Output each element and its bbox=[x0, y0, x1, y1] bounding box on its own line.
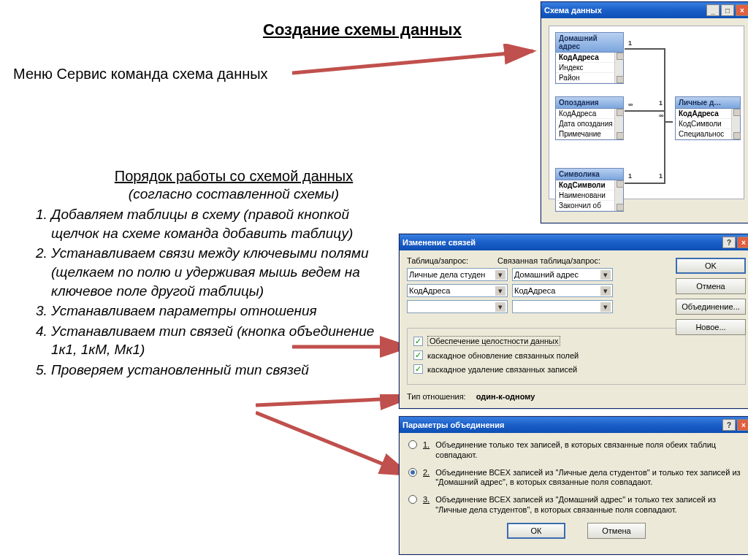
svg-line-0 bbox=[292, 51, 533, 73]
workflow-block: Порядок работы со схемой данных (согласн… bbox=[77, 168, 391, 381]
table-field[interactable]: Наименовани bbox=[556, 191, 623, 201]
svg-line-3 bbox=[256, 413, 409, 475]
combo-value: Личные дела студен bbox=[409, 270, 485, 279]
table-title: Личные д… bbox=[676, 97, 740, 109]
workflow-step: Устанавливаем параметры отношения bbox=[51, 302, 391, 321]
radio-text: Объединение ВСЕХ записей из "Домашний ад… bbox=[435, 495, 744, 515]
combo-value: КодАдреса bbox=[409, 286, 450, 295]
edit-titlebar[interactable]: Изменение связей ? × bbox=[400, 234, 748, 250]
relation-type-value: один-к-одному bbox=[476, 392, 535, 401]
rel-marker-inf: ∞ bbox=[659, 112, 663, 119]
checkbox-integrity[interactable]: ✓ bbox=[413, 337, 423, 346]
table-symbols[interactable]: Символика КодСимволи Наименовани Закончи… bbox=[555, 168, 624, 212]
radio-text: Объединение только тех записей, в которы… bbox=[435, 440, 744, 461]
schema-titlebar[interactable]: Схема данных _ □ × bbox=[541, 2, 748, 18]
table-field[interactable]: Закончил об bbox=[556, 201, 623, 211]
rel-marker-one: 1 bbox=[628, 39, 632, 47]
checkbox-cascade-delete[interactable]: ✓ bbox=[413, 364, 423, 374]
workflow-step: Проверяем установленный тип связей bbox=[51, 361, 391, 380]
join-title: Параметры объединения bbox=[402, 421, 504, 429]
scrollbar[interactable] bbox=[614, 180, 623, 211]
rel-marker-one: 1 bbox=[659, 99, 663, 107]
table-title: Опоздания bbox=[556, 97, 623, 109]
checkbox-label: Обеспечение целостности данных bbox=[427, 336, 560, 346]
scrollbar[interactable] bbox=[614, 53, 623, 83]
svg-line-2 bbox=[256, 398, 409, 405]
label-related-table: Связанная таблица/запрос: bbox=[497, 256, 600, 265]
page-title: Создание схемы данных bbox=[263, 20, 462, 39]
cancel-button[interactable]: Отмена bbox=[676, 278, 746, 294]
schema-title: Схема данных bbox=[544, 6, 602, 15]
table-field[interactable]: КодАдреса bbox=[556, 53, 623, 63]
radio-option-1[interactable] bbox=[408, 440, 417, 449]
chevron-down-icon: ▾ bbox=[600, 286, 611, 296]
table-field[interactable]: Район bbox=[556, 73, 623, 83]
table-field[interactable]: КодАдреса bbox=[556, 109, 623, 119]
checkbox-label: каскадное обновление связанных полей bbox=[427, 351, 579, 360]
combo-right-field[interactable]: КодАдреса▾ bbox=[512, 284, 613, 297]
chevron-down-icon: ▾ bbox=[495, 302, 505, 312]
workflow-list: Добавляем таблицы в схему (правой кнопко… bbox=[22, 205, 391, 380]
cancel-button[interactable]: Отмена bbox=[587, 523, 646, 539]
edit-title: Изменение связей bbox=[402, 238, 476, 247]
edit-relationships-window: Изменение связей ? × Таблица/запрос: Свя… bbox=[399, 234, 748, 409]
close-button[interactable]: × bbox=[736, 4, 748, 16]
workflow-step: Добавляем таблицы в схему (правой кнопко… bbox=[51, 205, 391, 242]
radio-text: Объединение ВСЕХ записей из "Личные дела… bbox=[435, 468, 744, 488]
join-button[interactable]: Объединение... bbox=[676, 299, 746, 315]
combo-value: КодАдреса bbox=[514, 286, 555, 295]
radio-num: 3. bbox=[423, 495, 430, 515]
workflow-step: Устанавливаем связи между ключевыми поля… bbox=[51, 244, 391, 300]
table-field[interactable]: Специальнос bbox=[676, 129, 740, 139]
label-table-query: Таблица/запрос: bbox=[407, 256, 468, 265]
new-button[interactable]: Новое... bbox=[676, 319, 746, 335]
chevron-down-icon: ▾ bbox=[495, 286, 505, 296]
menu-instruction: Меню Сервис команда схема данных bbox=[13, 66, 268, 83]
scrollbar[interactable] bbox=[614, 109, 623, 139]
help-button[interactable]: ? bbox=[722, 237, 736, 248]
join-titlebar[interactable]: Параметры объединения ? × bbox=[400, 417, 748, 433]
table-home-address[interactable]: Домашний адрес КодАдреса Индекс Район bbox=[555, 32, 624, 84]
radio-option-2[interactable] bbox=[408, 468, 417, 477]
table-lateness[interactable]: Опоздания КодАдреса Дата опоздания Приме… bbox=[555, 96, 624, 140]
table-field[interactable]: Дата опоздания bbox=[556, 119, 623, 129]
rel-marker-inf: ∞ bbox=[628, 101, 633, 108]
checkbox-cascade-update[interactable]: ✓ bbox=[413, 350, 423, 360]
table-field[interactable]: Примечание bbox=[556, 129, 623, 139]
maximize-button[interactable]: □ bbox=[721, 4, 734, 16]
relation-type-label: Тип отношения: bbox=[407, 392, 466, 401]
join-options-window: Параметры объединения ? × 1. Объединение… bbox=[399, 416, 748, 555]
workflow-heading: Порядок работы со схемой данных bbox=[77, 168, 391, 185]
table-field[interactable]: КодСимволи bbox=[556, 180, 623, 191]
table-field[interactable]: КодСимволи bbox=[676, 119, 740, 129]
table-field[interactable]: КодАдреса bbox=[676, 109, 740, 119]
combo-empty[interactable]: ▾ bbox=[407, 300, 508, 313]
combo-left-field[interactable]: КодАдреса▾ bbox=[407, 284, 508, 297]
radio-option-3[interactable] bbox=[408, 495, 417, 504]
combo-left-table[interactable]: Личные дела студен▾ bbox=[407, 268, 508, 281]
chevron-down-icon: ▾ bbox=[600, 270, 611, 280]
workflow-subheading: (согласно составленной схемы) bbox=[77, 186, 391, 202]
close-button[interactable]: × bbox=[737, 419, 748, 431]
close-button[interactable]: × bbox=[737, 237, 748, 248]
rel-marker-one: 1 bbox=[628, 172, 632, 180]
table-field[interactable]: Индекс bbox=[556, 63, 623, 73]
radio-num: 2. bbox=[423, 468, 430, 488]
ok-button[interactable]: OK bbox=[676, 258, 746, 274]
scrollbar[interactable] bbox=[731, 109, 740, 139]
minimize-button[interactable]: _ bbox=[706, 4, 720, 16]
combo-right-table[interactable]: Домашний адрес▾ bbox=[512, 268, 613, 281]
workflow-step: Устанавливаем тип связей (кнопка объедин… bbox=[51, 322, 391, 359]
rel-marker-one: 1 bbox=[659, 172, 663, 180]
combo-empty[interactable]: ▾ bbox=[512, 300, 613, 313]
chevron-down-icon: ▾ bbox=[495, 270, 505, 280]
checkbox-label: каскадное удаление связанных записей bbox=[427, 365, 577, 374]
table-personal[interactable]: Личные д… КодАдреса КодСимволи Специальн… bbox=[675, 96, 741, 140]
schema-window: Схема данных _ □ × 1 1 ∞ ∞ 1 1 Домашний … bbox=[541, 1, 748, 223]
schema-canvas[interactable]: 1 1 ∞ ∞ 1 1 Домашний адрес КодАдреса Инд… bbox=[549, 26, 744, 199]
ok-button[interactable]: ОК bbox=[507, 523, 565, 539]
chevron-down-icon: ▾ bbox=[600, 302, 611, 312]
radio-num: 1. bbox=[423, 440, 430, 461]
help-button[interactable]: ? bbox=[722, 419, 736, 431]
table-title: Символика bbox=[556, 169, 623, 180]
